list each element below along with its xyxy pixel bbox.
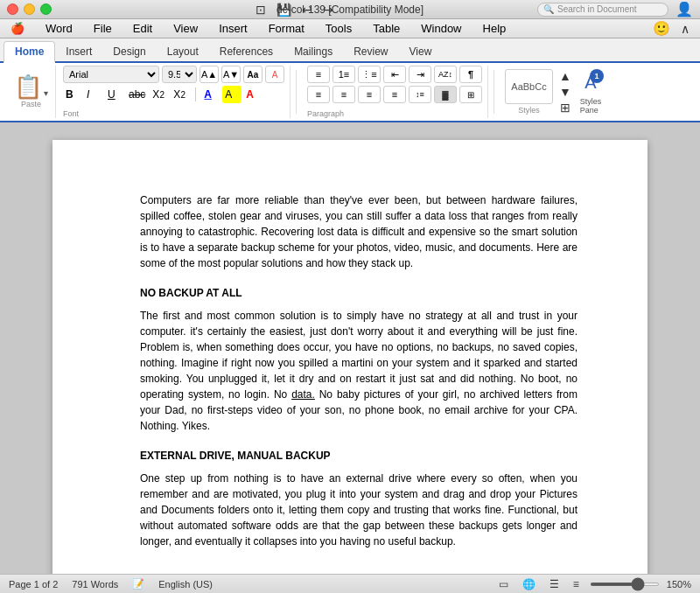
numbering-button[interactable]: 1≡ <box>332 66 355 83</box>
paragraph-group-label: Paragraph <box>307 109 482 118</box>
menu-edit[interactable]: Edit <box>130 20 156 37</box>
paste-label: Paste <box>21 100 41 108</box>
change-case-button[interactable]: Aa <box>243 66 262 83</box>
menu-help[interactable]: Help <box>480 20 510 37</box>
show-hide-button[interactable]: ¶ <box>459 66 482 83</box>
increase-font-button[interactable]: A▲ <box>200 66 219 83</box>
paragraph-1: Computers are far more reliable than the… <box>140 192 578 271</box>
menu-file[interactable]: File <box>90 20 116 37</box>
tab-layout[interactable]: Layout <box>157 42 209 61</box>
menu-apple[interactable]: 🍎 <box>7 20 28 37</box>
bold-button[interactable]: B <box>63 86 82 103</box>
tab-references[interactable]: References <box>209 42 284 61</box>
borders-button[interactable]: ⊞ <box>459 86 482 103</box>
document-page: Computers are far more reliable than the… <box>52 140 648 574</box>
shading-button[interactable]: ▓ <box>434 86 457 103</box>
menu-window[interactable]: Window <box>417 20 465 37</box>
page-info: Page 1 of 2 <box>9 579 58 590</box>
zoom-slider[interactable] <box>590 583 660 586</box>
tab-view[interactable]: View <box>399 42 443 61</box>
styles-expand[interactable]: ⊞ <box>558 101 572 115</box>
view-outline-button[interactable]: ☰ <box>546 576 563 592</box>
styles-pane-badge: 1 <box>590 69 604 83</box>
ribbon-content: 📋 ▾ Paste Arial Times New Roman Calibri … <box>0 63 700 122</box>
tab-mailings[interactable]: Mailings <box>284 42 343 61</box>
align-right-button[interactable]: ≡ <box>358 86 381 103</box>
language: English (US) <box>158 579 213 590</box>
superscript-button[interactable]: X2 <box>171 86 190 103</box>
maximize-button[interactable] <box>40 3 52 15</box>
sort-button[interactable]: AZ↕ <box>434 66 457 83</box>
search-placeholder: Search in Document <box>557 4 637 14</box>
styles-preview[interactable]: AaBbCc <box>505 69 553 104</box>
tab-design[interactable]: Design <box>102 42 156 61</box>
search-box[interactable]: 🔍 Search in Document <box>537 3 668 17</box>
font-name-select[interactable]: Arial Times New Roman Calibri <box>63 66 159 83</box>
word-count: 791 Words <box>72 579 118 590</box>
menu-view[interactable]: View <box>170 20 201 37</box>
divider <box>195 87 196 101</box>
styles-scroll-up[interactable]: ▲ <box>558 69 572 83</box>
styles-group: AaBbCc Styles ▲ ▼ ⊞ A 1 StylesPane <box>500 69 609 115</box>
font-group-label: Font <box>63 109 284 118</box>
menu-bar: 🍎 Word File Edit View Insert Format Tool… <box>0 19 700 38</box>
strikethrough-button[interactable]: abc <box>126 86 148 103</box>
ribbon-tabs: Home Insert Design Layout References Mai… <box>0 38 700 63</box>
bullets-button[interactable]: ≡ <box>307 66 330 83</box>
close-button[interactable] <box>7 3 18 15</box>
font-size-select[interactable]: 9.5 8 10 12 14 16 <box>162 66 197 83</box>
highlight-button[interactable]: A <box>222 86 242 103</box>
status-bar: Page 1 of 2 791 Words 📝 English (US) ▭ 🌐… <box>0 574 700 593</box>
justify-button[interactable]: ≡ <box>383 86 406 103</box>
divider-para-styles <box>494 70 494 114</box>
proofing-icon[interactable]: 📝 <box>132 578 144 590</box>
styles-scroll-down[interactable]: ▼ <box>558 85 572 99</box>
paste-dropdown-icon[interactable]: ▾ <box>44 88 48 98</box>
styles-pane-button[interactable]: A 1 StylesPane <box>578 69 604 115</box>
view-print-button[interactable]: ▭ <box>495 576 512 592</box>
menu-tools[interactable]: Tools <box>322 20 355 37</box>
minimize-button[interactable] <box>24 3 35 15</box>
paragraph-2: The first and most common solution is to… <box>140 308 578 434</box>
paragraph-3: One step up from nothing is to have an e… <box>140 471 578 549</box>
title-bar-right: 🔍 Search in Document 👤 <box>537 1 693 17</box>
smiley-icon[interactable]: 🙂 <box>653 20 670 37</box>
user-icon[interactable]: 👤 <box>676 1 693 17</box>
document-scroll-area[interactable]: Computers are far more reliable than the… <box>0 122 700 574</box>
decrease-indent-button[interactable]: ⇤ <box>383 66 406 83</box>
heading-2: EXTERNAL DRIVE, MANUAL BACKUP <box>140 448 578 464</box>
status-right: ▭ 🌐 ☰ ≡ 150% <box>495 576 691 592</box>
font-color-button[interactable]: A <box>201 86 220 103</box>
paragraph-group: ≡ 1≡ ⋮≡ ⇤ ⇥ AZ↕ ¶ ≡ ≡ ≡ ≡ ↕≡ ▓ ⊞ Paragra… <box>302 66 488 118</box>
multilevel-button[interactable]: ⋮≡ <box>358 66 381 83</box>
tab-review[interactable]: Review <box>343 42 398 61</box>
subscript-button[interactable]: X2 <box>150 86 169 103</box>
heading-1: NO BACKUP AT ALL <box>140 285 578 301</box>
menu-table[interactable]: Table <box>369 20 403 37</box>
paste-button[interactable]: 📋 ▾ <box>14 75 48 98</box>
tab-home[interactable]: Home <box>4 41 55 63</box>
italic-button[interactable]: I <box>84 86 103 103</box>
view-web-button[interactable]: 🌐 <box>519 576 539 592</box>
collapse-ribbon-button[interactable]: ∧ <box>677 20 693 38</box>
quick-access-save[interactable]: ⊡ <box>252 1 270 18</box>
underline-button[interactable]: U <box>105 86 124 103</box>
font-group: Arial Times New Roman Calibri 9.5 8 10 1… <box>58 66 290 118</box>
align-center-button[interactable]: ≡ <box>332 86 355 103</box>
menu-word[interactable]: Word <box>42 20 76 37</box>
zoom-level: 150% <box>667 579 691 590</box>
styles-label: Styles <box>518 106 540 115</box>
line-spacing-button[interactable]: ↕≡ <box>409 86 431 103</box>
clear-format-button[interactable]: A <box>265 66 284 83</box>
align-left-button[interactable]: ≡ <box>307 86 330 103</box>
view-draft-button[interactable]: ≡ <box>570 576 583 592</box>
menu-format[interactable]: Format <box>265 20 308 37</box>
menu-insert[interactable]: Insert <box>215 20 251 37</box>
font-color-2-button[interactable]: A <box>243 86 262 103</box>
format-buttons-row: B I U abc X2 X2 A A A <box>63 86 284 103</box>
tab-insert[interactable]: Insert <box>55 42 102 61</box>
traffic-lights <box>7 3 52 15</box>
divider-font-para <box>296 70 297 114</box>
increase-indent-button[interactable]: ⇥ <box>409 66 431 83</box>
decrease-font-button[interactable]: A▼ <box>221 66 241 83</box>
